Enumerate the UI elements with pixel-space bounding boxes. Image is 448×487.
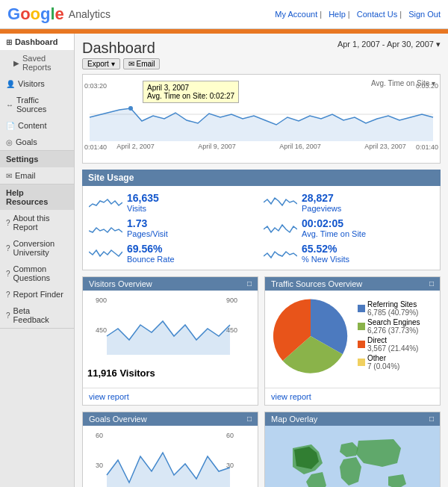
visitors-chart: 900 450 900 450 [87,295,253,362]
bounce-sparkline [89,244,122,262]
sidebar-item-email[interactable]: ✉ Email [0,167,74,184]
export-button[interactable]: Export ▾ [82,58,120,69]
sidebar-item-about[interactable]: ? About this Report [0,210,74,235]
sidebar-content-label: Content [18,121,47,130]
traffic-view-report-link[interactable]: view report [271,392,311,401]
new-visits-stat: 65.52% % New Visits [302,243,349,264]
dashboard-header: Dashboard Export ▾ ✉ Email Apr 1, 2007 -… [82,40,441,69]
map-panel-content [265,426,440,487]
tooltip-value: Avg. Time on Site: 0:02:27 [147,92,234,100]
visitors-label-text: Visitors [119,367,155,379]
avg-time-sparkline [264,219,297,237]
about-icon: ? [6,219,10,227]
usage-visits: 16,635 Visits [89,192,259,213]
other-dot [358,359,365,366]
settings-title: Settings [0,151,74,167]
dashboard-title: Dashboard [82,40,160,57]
chart-tooltip: April 3, 2007 Avg. Time on Site: 0:02:27 [143,81,239,103]
referring-label: Referring Sites6,785 (40.79%) [367,300,418,317]
sign-out-link[interactable]: Sign Out [408,10,441,19]
goals-chart: 60 30 60 30 [87,430,253,487]
chart-x-label-4: April 23, 2007 [364,143,406,150]
sidebar-help-section: Help Resources ? About this Report ? Con… [0,184,74,329]
svg-text:60: 60 [96,432,103,439]
help-link[interactable]: Help [329,10,346,19]
visitors-panel-title: Visitors Overview [89,279,152,288]
usage-avg-time: 00:02:05 Avg. Time on Site [264,217,434,238]
sidebar-item-report-finder[interactable]: ? Report Finder [0,286,74,303]
traffic-close-icon[interactable]: □ [429,279,434,288]
visits-label[interactable]: Visits [127,204,159,213]
sidebar-item-saved-reports[interactable]: ▶ Saved Reports [0,50,74,75]
google-logo: Google [7,4,64,24]
sidebar-item-goals[interactable]: ◎ Goals [0,134,74,150]
avg-time-label[interactable]: Avg. Time on Site [302,229,366,238]
new-visits-value: 65.52% [302,243,349,255]
report-finder-icon: ? [6,291,10,299]
sidebar-nav-section: ⊞ Dashboard ▶ Saved Reports 👤 Visitors ↔… [0,34,74,151]
sidebar-saved-reports-label: Saved Reports [22,54,68,72]
logo: Google Google Analytics Analytics [7,4,111,24]
content-icon: 📄 [6,122,15,130]
map-close-icon[interactable]: □ [429,415,434,424]
chart-avg-label[interactable]: Avg. Time on Site ▾ [87,79,435,87]
pages-visit-sparkline [89,219,122,237]
traffic-panel-header: Traffic Sources Overview □ [265,277,440,291]
chart-y-bot-left: 0:01:40 [84,143,107,151]
visitors-panel-content: 900 450 900 450 11,916 Visitors [83,291,258,388]
traffic-panel-content: Referring Sites6,785 (40.79%) Search Eng… [265,291,440,388]
bounce-label[interactable]: Bounce Rate [127,255,175,264]
saved-reports-icon: ▶ [13,59,19,67]
chart-x-label-1: April 2, 2007 [116,143,155,150]
svg-text:60: 60 [226,432,234,439]
visitors-count: 11,916 Visitors [87,367,253,379]
bounce-stat: 69.56% Bounce Rate [127,243,175,264]
sidebar-item-traffic-sources[interactable]: ↔ Traffic Sources [0,92,74,117]
header: Google Google Analytics Analytics My Acc… [0,0,448,29]
dashboard-title-area: Dashboard Export ▾ ✉ Email [82,40,160,69]
my-account-link[interactable]: My Account [275,10,317,19]
help-title: Help Resources [0,184,74,210]
traffic-panel-title: Traffic Sources Overview [271,279,362,288]
questions-icon: ? [6,270,10,278]
svg-text:900: 900 [226,297,237,304]
svg-text:900: 900 [96,297,107,304]
date-range[interactable]: Apr 1, 2007 - Apr 30, 2007 ▾ [337,40,441,49]
sidebar-item-beta[interactable]: ? Beta Feedback [0,303,74,328]
svg-text:30: 30 [96,462,103,469]
bottom-panels: Visitors Overview □ 900 450 900 450 11,9… [82,276,441,487]
chart-y-bot-right: 0:01:40 [416,143,438,151]
sidebar-report-finder-label: Report Finder [13,290,63,299]
goals-close-icon[interactable]: □ [247,415,252,424]
pageviews-stat: 28,827 Pageviews [302,192,341,213]
legend-other: Other7 (0.04%) [358,354,420,370]
referring-dot [358,305,365,312]
visitors-panel-footer: view report [83,388,258,405]
sidebar-conversion-label: Conversion University [13,239,68,257]
sidebar-item-visitors[interactable]: 👤 Visitors [0,75,74,92]
visitors-close-icon[interactable]: □ [247,279,252,288]
sidebar-item-dashboard[interactable]: ⊞ Dashboard [0,34,74,50]
goals-icon: ◎ [6,138,13,146]
chart-y-top-left: 0:03:20 [84,82,107,90]
email-button[interactable]: ✉ Email [123,58,161,69]
svg-text:450: 450 [96,326,107,334]
new-visits-label[interactable]: % New Visits [302,255,349,264]
sidebar-item-conversion[interactable]: ? Conversion University [0,235,74,261]
traffic-icon: ↔ [6,101,13,109]
bounce-value: 69.56% [127,243,175,255]
visits-value: 16,635 [127,192,159,204]
visitors-panel-header: Visitors Overview □ [83,277,258,291]
pages-visit-label[interactable]: Pages/Visit [127,229,168,238]
visitors-view-report-link[interactable]: view report [89,392,129,401]
sidebar-item-content[interactable]: 📄 Content [0,117,74,134]
goals-panel: Goals Overview □ 60 30 60 30 709 Goal Co [82,412,258,487]
pie-legend: Referring Sites6,785 (40.79%) Search Eng… [358,300,420,372]
chart-y-top-right: 0:03:20 [416,82,438,90]
sidebar-item-questions[interactable]: ? Common Questions [0,261,74,286]
legend-direct: Direct3,567 (21.44%) [358,336,420,353]
goals-panel-title: Goals Overview [89,415,147,424]
usage-bounce: 69.56% Bounce Rate [89,243,259,264]
contact-us-link[interactable]: Contact Us [357,10,397,19]
pageviews-label[interactable]: Pageviews [302,204,341,213]
